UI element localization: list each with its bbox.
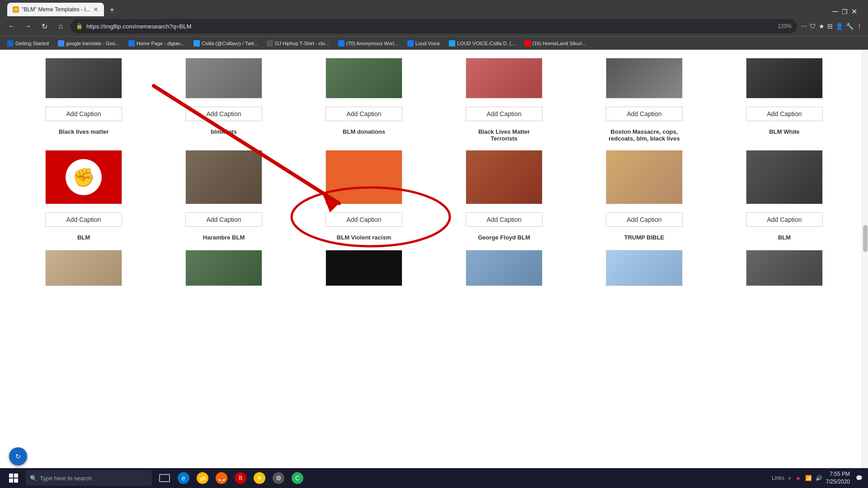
network-icon[interactable]: 📶 bbox=[805, 475, 812, 481]
add-caption-button[interactable]: Add Caption bbox=[326, 212, 402, 227]
add-caption-button[interactable]: Add Caption bbox=[326, 107, 402, 121]
list-item bbox=[434, 146, 574, 208]
meme-thumbnail[interactable] bbox=[746, 58, 823, 99]
scrollbar-thumb[interactable] bbox=[863, 225, 868, 252]
meme-thumbnail[interactable] bbox=[466, 58, 542, 99]
add-caption-button[interactable]: Add Caption bbox=[185, 212, 262, 227]
settings-taskbar[interactable]: ⚙ bbox=[269, 468, 288, 488]
add-caption-button[interactable]: Add Caption bbox=[45, 212, 122, 227]
close-button[interactable]: ✕ bbox=[851, 7, 857, 16]
reading-view-icon[interactable]: ⊟ bbox=[827, 23, 833, 30]
add-caption-button[interactable]: Add Caption bbox=[746, 212, 823, 227]
meme-thumbnail[interactable] bbox=[746, 250, 823, 286]
meme-thumbnail[interactable]: ✊ bbox=[45, 150, 122, 204]
scrollbar[interactable] bbox=[862, 50, 868, 488]
notification-button[interactable]: 💬 bbox=[854, 473, 864, 483]
meme-thumbnail[interactable] bbox=[45, 250, 122, 286]
back-button[interactable]: ← bbox=[5, 20, 18, 33]
list-item: BLM bbox=[714, 230, 854, 242]
list-item bbox=[14, 246, 154, 290]
meme-thumbnail[interactable] bbox=[326, 250, 402, 286]
bookmark-anonymous[interactable]: (70) Anonymous Worl... bbox=[335, 38, 402, 48]
add-caption-button[interactable]: Add Caption bbox=[185, 107, 262, 121]
meme-thumbnail[interactable] bbox=[185, 58, 262, 99]
start-button[interactable] bbox=[4, 468, 24, 488]
system-tray-icon[interactable]: 🔺 bbox=[795, 475, 802, 481]
bookmark-icon bbox=[7, 40, 14, 47]
meme-title: Harambre BLM bbox=[203, 234, 245, 241]
list-item: BLM Violent racism bbox=[294, 230, 434, 242]
bookmark-dj-hiphop[interactable]: DJ Hiphop T-Shirt - clo... bbox=[263, 38, 333, 48]
browser1-taskbar[interactable]: 🦊 bbox=[212, 468, 231, 488]
file-explorer-taskbar[interactable]: 📁 bbox=[193, 468, 212, 488]
bookmark-google-translate[interactable]: google translate - Goo... bbox=[54, 38, 123, 48]
forward-button[interactable]: → bbox=[22, 20, 34, 33]
meme-title: BLM Violent racism bbox=[337, 234, 391, 241]
meme-thumbnail[interactable] bbox=[606, 250, 683, 286]
meme-thumbnail[interactable] bbox=[606, 58, 683, 99]
bookmark-label: Loud Voice bbox=[415, 41, 440, 46]
bookmark-homeland[interactable]: (16) HomieLand Sikuri... bbox=[521, 38, 590, 48]
meme-thumbnail[interactable] bbox=[466, 150, 542, 204]
home-button[interactable]: ⌂ bbox=[54, 20, 67, 33]
floating-action-button[interactable]: ↻ bbox=[9, 447, 27, 465]
add-caption-button[interactable]: Add Caption bbox=[606, 107, 683, 121]
meme-thumbnail[interactable] bbox=[326, 58, 402, 99]
meme-thumbnail[interactable] bbox=[326, 150, 402, 204]
add-caption-button[interactable]: Add Caption bbox=[466, 212, 542, 227]
add-caption-button[interactable]: Add Caption bbox=[45, 107, 122, 121]
active-tab[interactable]: M "BLM" Meme Templates - I... ✕ bbox=[7, 3, 104, 16]
volume-icon[interactable]: 🔊 bbox=[816, 475, 822, 481]
meme-thumbnail[interactable] bbox=[185, 150, 262, 204]
meme-title: George Floyd BLM bbox=[478, 234, 530, 241]
new-tab-button[interactable]: + bbox=[106, 4, 118, 16]
bookmark-loud-voice[interactable]: Loud Voice bbox=[404, 38, 443, 48]
tab-close-button[interactable]: ✕ bbox=[93, 6, 99, 13]
meme-search-results: Add Caption Add Caption Add Caption Add … bbox=[0, 50, 868, 488]
list-item: Add Caption bbox=[154, 102, 294, 123]
add-caption-button[interactable]: Add Caption bbox=[606, 212, 683, 227]
add-caption-button[interactable]: Add Caption bbox=[746, 107, 823, 121]
reload-button[interactable]: ↻ bbox=[38, 20, 51, 33]
bookmark-star-icon[interactable]: ★ bbox=[819, 23, 825, 30]
extensions-icon[interactable]: 🔧 bbox=[846, 23, 854, 30]
taskbar-right-area: Links » 🔺 📶 🔊 7:55 PM 7/25/2020 💬 bbox=[772, 470, 864, 486]
bookmark-label: google translate - Goo... bbox=[66, 41, 119, 46]
minimize-button[interactable]: ─ bbox=[832, 7, 838, 16]
meme-thumbnail[interactable] bbox=[466, 250, 542, 286]
list-item: ✊ bbox=[14, 146, 154, 208]
meme-thumbnail[interactable] bbox=[746, 150, 823, 204]
edge-browser-taskbar[interactable]: e bbox=[175, 468, 193, 488]
bookmark-getting-started[interactable]: Getting Started bbox=[4, 38, 52, 48]
meme-thumbnail[interactable] bbox=[606, 150, 683, 204]
list-item: BLM bbox=[14, 230, 154, 242]
meme-thumbnail[interactable] bbox=[45, 58, 122, 99]
meme-thumbnail[interactable] bbox=[185, 250, 262, 286]
list-item bbox=[434, 246, 574, 290]
app1-taskbar[interactable]: ★ bbox=[250, 468, 269, 488]
list-item bbox=[294, 54, 434, 102]
bookmark-csilla-twitter[interactable]: Csilla (@Csillavy) / Twit... bbox=[190, 38, 261, 48]
extensions-button[interactable]: ⋯ bbox=[801, 23, 807, 30]
bookmark-icon bbox=[267, 40, 273, 47]
menu-button[interactable]: ⋮ bbox=[856, 23, 863, 30]
list-item: Add Caption bbox=[714, 208, 854, 229]
bookmark-home-page[interactable]: Home Page - digian... bbox=[125, 38, 188, 48]
bookmark-loud-voice-csilla[interactable]: LOUD VOICE-Csilla D. (... bbox=[445, 38, 519, 48]
facebook-icon bbox=[338, 40, 344, 47]
address-bar[interactable]: 🔒 https://imgflip.com/memesearch?q=BLM 1… bbox=[71, 19, 797, 33]
add-caption-button[interactable]: Add Caption bbox=[466, 107, 542, 121]
title-row-2: BLM Harambre BLM BLM Violent racism Geor… bbox=[14, 230, 854, 242]
task-view-button[interactable] bbox=[156, 468, 174, 488]
chrome-icon: C bbox=[292, 472, 303, 484]
list-item bbox=[574, 146, 714, 208]
taskbar-search-box[interactable]: 🔍 Type here to search bbox=[25, 470, 152, 486]
chrome-taskbar[interactable]: C bbox=[288, 468, 307, 488]
bookmark-icon bbox=[128, 40, 135, 47]
meme-title: blmidiots bbox=[211, 128, 237, 135]
list-item: Add Caption bbox=[434, 102, 574, 123]
profile-icon[interactable]: 👤 bbox=[835, 23, 843, 30]
browser2-taskbar[interactable]: B bbox=[231, 468, 250, 488]
bookmark-label: LOUD VOICE-Csilla D. (... bbox=[457, 41, 515, 46]
maximize-button[interactable]: ❐ bbox=[842, 8, 848, 15]
